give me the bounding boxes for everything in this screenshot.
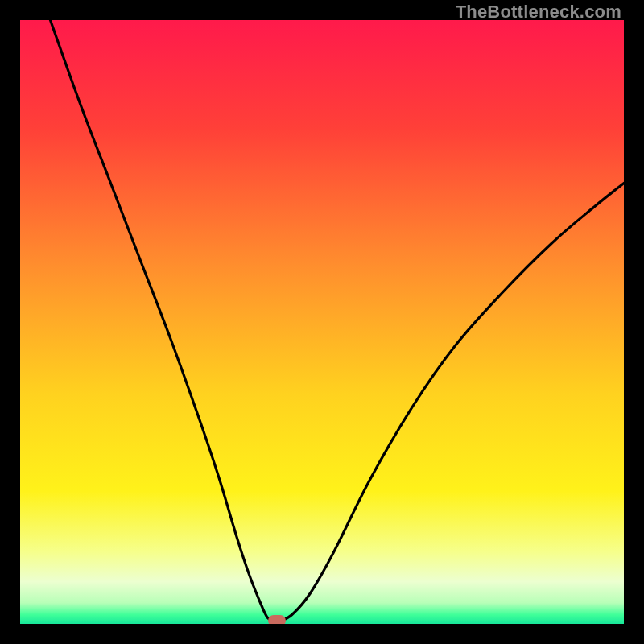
chart-frame: TheBottleneck.com [0, 0, 644, 644]
plot-area [20, 20, 624, 624]
watermark-text: TheBottleneck.com [456, 2, 621, 23]
bottleneck-curve [20, 20, 624, 624]
minimum-marker [268, 615, 286, 624]
